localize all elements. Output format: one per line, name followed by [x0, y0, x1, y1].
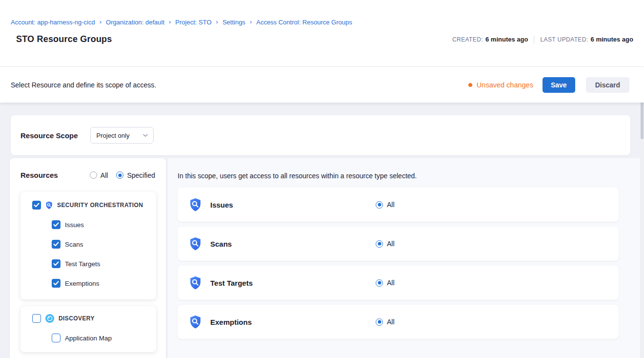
- resource-card-exemptions: Exemptions All: [178, 305, 619, 339]
- tree-child-row: Scans: [52, 240, 151, 249]
- action-bar: Select Resource and define its scope of …: [0, 67, 644, 103]
- resource-card-issues: Issues All: [178, 188, 619, 222]
- breadcrumb-access-control-link[interactable]: Access Control: Resource Groups: [256, 19, 352, 26]
- created-label: CREATED:: [452, 36, 483, 43]
- page-header: Account: app-harness-ng-cicd › Organizat…: [0, 0, 644, 67]
- resource-card-title: Scans: [210, 240, 232, 248]
- resource-card-title: Issues: [210, 201, 233, 209]
- breadcrumb: Account: app-harness-ng-cicd › Organizat…: [0, 0, 644, 26]
- access-radio-all[interactable]: All: [376, 201, 395, 209]
- save-button[interactable]: Save: [543, 77, 575, 93]
- group-label: SECURITY ORCHESTRATION: [57, 202, 143, 209]
- tree-child-row: Exemptions: [52, 279, 151, 288]
- radio-selected-icon: [116, 171, 123, 179]
- resource-scope-label: Resource Scope: [20, 131, 78, 140]
- resource-card-scans: Scans All: [178, 227, 619, 261]
- discard-button[interactable]: Discard: [586, 77, 629, 93]
- breadcrumb-separator-icon: ›: [216, 19, 218, 25]
- content-area: Resource Scope Project only Resources Al…: [0, 103, 644, 358]
- access-all-label: All: [387, 201, 395, 209]
- tree-child-row: Test Targets: [52, 259, 151, 268]
- sto-shield-icon: [189, 315, 201, 329]
- breadcrumb-separator-icon: ›: [169, 19, 171, 25]
- radio-selected-icon: [376, 279, 383, 287]
- discovery-icon: [45, 314, 54, 323]
- access-all-label: All: [387, 240, 395, 248]
- sto-shield-icon: [45, 201, 53, 210]
- checkbox-discovery[interactable]: [32, 314, 41, 323]
- created-value: 6 minutes ago: [485, 36, 528, 43]
- child-label: Issues: [65, 221, 84, 229]
- checkbox-test-targets[interactable]: [52, 259, 60, 268]
- resource-card-title: Exemptions: [210, 318, 252, 326]
- sto-shield-icon: [189, 198, 201, 212]
- breadcrumb-separator-icon: ›: [250, 19, 252, 25]
- radio-selected-icon: [376, 240, 383, 248]
- child-label: Scans: [65, 241, 83, 248]
- resource-scope-selected-value: Project only: [97, 132, 130, 139]
- radio-option-all[interactable]: All: [90, 171, 108, 179]
- resources-filter-radios: All Specified: [90, 171, 156, 179]
- child-label: Exemptions: [65, 280, 100, 287]
- radio-all-label: All: [101, 171, 108, 179]
- radio-selected-icon: [376, 201, 383, 209]
- sto-shield-icon: [189, 276, 201, 290]
- resource-card-test-targets: Test Targets All: [178, 266, 619, 300]
- resource-groups-page: Account: app-harness-ng-cicd › Organizat…: [0, 0, 644, 358]
- meta-divider: [534, 36, 534, 43]
- scope-panel: In this scope, users get access to all r…: [168, 158, 644, 358]
- resource-scope-card: Resource Scope Project only: [11, 115, 630, 155]
- access-radio-all[interactable]: All: [376, 240, 395, 248]
- scrollbar-track: [640, 67, 644, 358]
- checkbox-scans[interactable]: [52, 240, 60, 249]
- access-all-label: All: [387, 318, 395, 326]
- sto-shield-icon: [189, 237, 201, 251]
- tree-child-row: Application Map: [52, 334, 151, 342]
- group-card-security-orchestration: SECURITY ORCHESTRATION Issues Scans Test…: [20, 192, 156, 299]
- radio-option-specified[interactable]: Specified: [116, 171, 155, 179]
- access-radio-all[interactable]: All: [376, 279, 395, 287]
- checkbox-issues[interactable]: [52, 220, 60, 229]
- child-label: Test Targets: [65, 260, 101, 268]
- scope-instruction-text: In this scope, users get access to all r…: [178, 172, 619, 180]
- breadcrumb-organization-link[interactable]: Organization: default: [106, 19, 164, 26]
- checkbox-exemptions[interactable]: [52, 279, 60, 288]
- timestamps: CREATED: 6 minutes ago LAST UPDATED: 6 m…: [452, 36, 633, 43]
- group-card-discovery: DISCOVERY Application Map: [20, 306, 156, 352]
- tree-child-row: Issues: [52, 220, 151, 229]
- tree-parent-row: DISCOVERY: [32, 314, 151, 323]
- group-label: DISCOVERY: [59, 315, 95, 322]
- breadcrumb-settings-link[interactable]: Settings: [222, 19, 245, 26]
- access-radio-all[interactable]: All: [376, 318, 395, 326]
- resource-card-title: Test Targets: [210, 279, 253, 287]
- resources-panel: Resources All Specified: [10, 158, 166, 358]
- radio-selected-icon: [376, 318, 383, 326]
- last-updated-value: 6 minutes ago: [591, 36, 633, 43]
- checkbox-application-map[interactable]: [52, 334, 60, 342]
- checkbox-security-orchestration[interactable]: [32, 201, 41, 210]
- breadcrumb-project-link[interactable]: Project: STO: [175, 19, 211, 26]
- tree-parent-row: SECURITY ORCHESTRATION: [32, 201, 151, 210]
- breadcrumb-account-link[interactable]: Account: app-harness-ng-cicd: [11, 19, 95, 26]
- unsaved-changes-label: Unsaved changes: [477, 81, 533, 89]
- scope-access-description: Select Resource and define its scope of …: [11, 81, 156, 89]
- radio-unselected-icon: [90, 171, 97, 179]
- access-all-label: All: [387, 279, 395, 287]
- child-label: Application Map: [65, 335, 112, 342]
- resources-title: Resources: [20, 171, 58, 179]
- unsaved-changes-dot-icon: [468, 83, 472, 87]
- last-updated-label: LAST UPDATED:: [540, 36, 588, 43]
- breadcrumb-separator-icon: ›: [100, 19, 101, 25]
- chevron-down-icon: [142, 133, 148, 137]
- resource-scope-dropdown[interactable]: Project only: [90, 127, 154, 144]
- page-title: STO Resource Groups: [16, 34, 112, 44]
- radio-specified-label: Specified: [127, 171, 155, 179]
